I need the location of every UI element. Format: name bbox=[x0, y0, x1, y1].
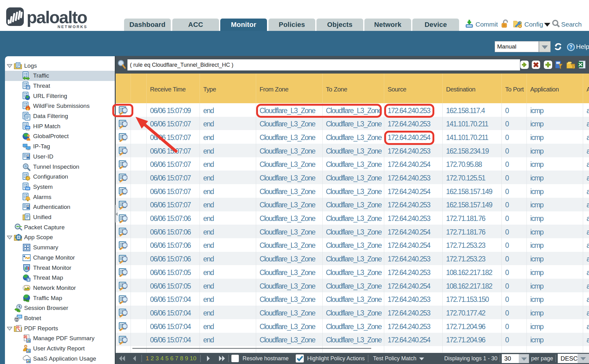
svg-text:PDF: PDF bbox=[16, 326, 20, 328]
svg-text:x: x bbox=[28, 278, 29, 281]
svg-text:NETWORKS®: NETWORKS® bbox=[58, 25, 87, 29]
svg-text:?: ? bbox=[570, 44, 573, 50]
svg-text:PDF: PDF bbox=[23, 336, 28, 338]
svg-text:paloalto: paloalto bbox=[27, 8, 87, 27]
svg-text:x: x bbox=[27, 85, 29, 89]
